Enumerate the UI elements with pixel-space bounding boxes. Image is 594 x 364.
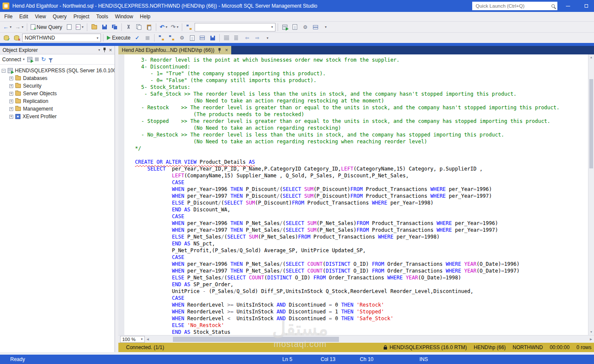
tree-item-management[interactable]: +Management [0, 105, 115, 113]
results-to-file-button[interactable] [208, 33, 217, 43]
tree-item-xevent-profiler[interactable]: +XEvent Profiler [0, 113, 115, 120]
menu-bar: FileEditViewQueryProjectToolsWindowHelp [0, 12, 594, 21]
pin-icon[interactable] [103, 47, 106, 53]
status-insert-mode[interactable]: INS [419, 355, 428, 364]
cut-button[interactable] [124, 23, 133, 32]
expand-icon[interactable]: + [9, 92, 13, 96]
increase-indent-button[interactable]: ⇨ [253, 33, 262, 43]
menu-item-tools[interactable]: Tools [93, 12, 112, 21]
expand-icon[interactable]: + [9, 84, 13, 88]
registered-servers-button[interactable] [280, 23, 290, 32]
menu-item-project[interactable]: Project [70, 12, 93, 21]
filter-icon[interactable] [49, 58, 53, 61]
tree-item-replication[interactable]: +Replication [0, 97, 115, 105]
paste-button[interactable] [144, 23, 154, 32]
properties-window-button[interactable]: ⚙ [301, 23, 310, 32]
tree-item-databases[interactable]: +Databases [0, 74, 115, 82]
code-editor[interactable]: 3- Reorder level is the point at which b… [118, 54, 594, 335]
collapse-icon[interactable]: − [2, 69, 6, 73]
horizontal-scrollbar-thumb[interactable] [173, 337, 339, 342]
scroll-down-icon[interactable]: ▼ [588, 329, 594, 335]
stop-icon[interactable] [35, 57, 39, 61]
app-icon [3, 3, 9, 9]
results-to-text-button[interactable] [187, 33, 197, 43]
activity-monitor-button[interactable] [184, 23, 194, 32]
expand-icon[interactable]: + [9, 107, 13, 111]
cancel-query-button[interactable] [143, 33, 152, 43]
chevron-down-icon[interactable]: ▾ [177, 25, 178, 29]
editor-area: Hend Abd Elgahfou...ND (HEND\hp (66)) × … [118, 46, 594, 352]
menu-item-view[interactable]: View [32, 12, 49, 21]
tree-item-server-root[interactable]: − HEND\SQLEXPRESS (SQL Server 16.0.1000 … [0, 67, 115, 74]
connect-button[interactable] [2, 33, 11, 43]
analysis-query-button[interactable]: ▾ [75, 23, 85, 32]
redo-button[interactable]: ↷▾ [169, 23, 180, 32]
quick-launch-input[interactable] [475, 3, 549, 9]
close-icon[interactable]: × [225, 48, 228, 53]
tree-item-server-objects[interactable]: +Server Objects [0, 90, 115, 97]
comment-button[interactable] [222, 33, 231, 43]
toolbar-combobox[interactable]: ▾ [195, 23, 275, 31]
toolbar-overflow-button[interactable]: ▾ [321, 23, 330, 32]
query-options-button[interactable]: ⚙ [177, 33, 187, 43]
zoom-select[interactable]: 100 % ▾ [120, 336, 145, 343]
expand-icon[interactable]: + [9, 100, 13, 103]
uncomment-button[interactable] [232, 33, 241, 43]
database-combobox[interactable]: NORTHWND ▾ [22, 34, 101, 42]
menu-item-edit[interactable]: Edit [16, 12, 32, 21]
tree-item-security[interactable]: +Security [0, 82, 115, 90]
new-query-button[interactable]: New Query [29, 23, 63, 32]
menu-item-query[interactable]: Query [49, 12, 70, 21]
quick-launch-box[interactable] [472, 2, 557, 10]
chevron-down-icon[interactable]: ▾ [166, 25, 167, 29]
expand-icon[interactable]: + [9, 77, 13, 80]
code-line: ELSE P_Net_Sales/(SELECT COUNT(DISTINCT … [135, 274, 588, 281]
expand-icon[interactable]: + [9, 115, 13, 119]
execute-button[interactable]: Execute [106, 33, 132, 43]
results-to-grid-button[interactable] [198, 33, 207, 43]
estimated-plan-button[interactable] [157, 33, 166, 43]
minimize-button[interactable] [560, 0, 576, 12]
actual-plan-button[interactable] [167, 33, 176, 43]
restore-button[interactable] [579, 0, 594, 12]
vertical-scrollbar-thumb[interactable] [589, 79, 593, 168]
scroll-left-icon[interactable]: ◀ [145, 338, 151, 341]
menu-item-window[interactable]: Window [112, 12, 137, 21]
decrease-indent-button[interactable]: ⇦ [242, 33, 252, 43]
horizontal-scrollbar[interactable] [151, 336, 588, 342]
refresh-icon[interactable]: ↻ [41, 57, 46, 62]
close-icon[interactable]: × [109, 48, 112, 53]
back-button[interactable]: ←▾ [2, 23, 13, 32]
search-icon[interactable] [551, 4, 555, 8]
editor-bottom-bar: 100 % ▾ ◀ ▶ [118, 335, 594, 343]
parse-button[interactable]: ✓ [132, 33, 142, 43]
save-all-button[interactable] [110, 23, 119, 32]
chevron-down-icon[interactable]: ▾ [10, 25, 11, 29]
change-connection-button[interactable] [12, 33, 21, 43]
undo-button[interactable]: ↶▾ [158, 23, 169, 32]
template-explorer-button[interactable] [311, 23, 320, 32]
menu-item-help[interactable]: Help [137, 12, 154, 21]
chevron-down-icon[interactable]: ▾ [22, 25, 23, 29]
copy-button[interactable] [134, 23, 143, 32]
chevron-down-icon[interactable]: ▾ [82, 25, 83, 29]
disconnect-icon[interactable] [27, 57, 32, 62]
chevron-down-icon[interactable]: ▾ [271, 25, 273, 29]
open-file-button[interactable] [89, 23, 99, 32]
save-button[interactable] [100, 23, 109, 32]
connect-dropdown[interactable]: Connect ▾ [2, 57, 25, 63]
vertical-scrollbar[interactable]: ▲ ▼ [588, 54, 594, 335]
toolbar-separator [156, 23, 156, 31]
database-engine-query-button[interactable] [64, 23, 74, 32]
menu-item-file[interactable]: File [1, 12, 16, 21]
toolbar-overflow-button[interactable]: ▾ [263, 33, 272, 43]
scroll-up-icon[interactable]: ▲ [588, 54, 594, 60]
forward-button[interactable]: →▾ [14, 23, 25, 32]
document-tab[interactable]: Hend Abd Elgahfou...ND (HEND\hp (66)) × [118, 46, 231, 54]
window-position-icon[interactable]: ▾ [98, 48, 100, 52]
scroll-right-icon[interactable]: ▶ [588, 338, 594, 341]
solution-explorer-button[interactable] [290, 23, 300, 32]
pin-icon[interactable] [218, 48, 221, 53]
chevron-down-icon[interactable]: ▾ [97, 36, 98, 40]
panel-splitter[interactable] [115, 46, 118, 352]
